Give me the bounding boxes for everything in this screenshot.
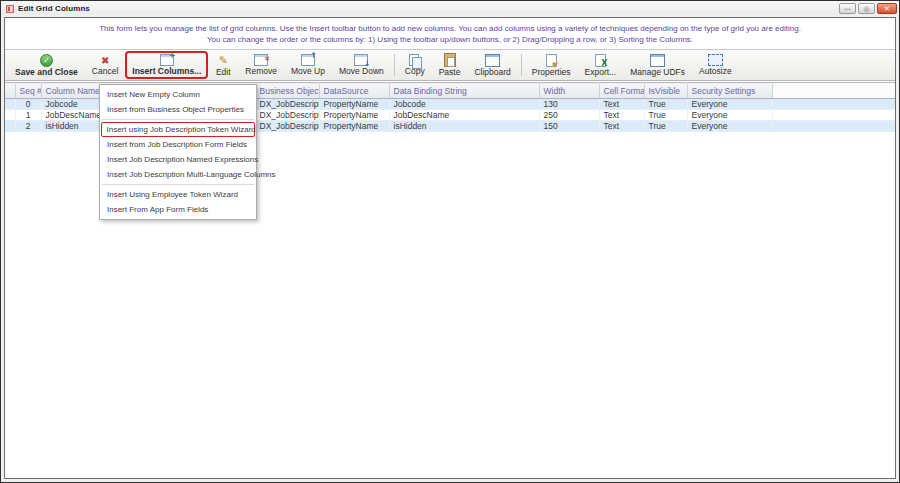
remove-button[interactable]: Remove <box>238 51 284 79</box>
grid-cell[interactable]: PropertyName <box>319 121 389 132</box>
toolbar: Save and Close Cancel Insert Columns... … <box>5 49 895 81</box>
col-header-datasource[interactable]: DataSource <box>319 83 389 99</box>
menu-item-insert-job-description-named-expressions[interactable]: Insert Job Description Named Expressions <box>100 152 256 167</box>
toolbar-button-label: Paste <box>439 68 461 77</box>
grid-cell[interactable]: True <box>644 121 687 132</box>
window-title: Edit Grid Columns <box>18 4 90 13</box>
menu-item-insert-from-business-object-properties[interactable]: Insert from Business Object Properties <box>100 102 256 117</box>
grid-filler-cell <box>772 110 895 121</box>
info-banner-line1: This form lets you manage the list of gr… <box>99 23 801 34</box>
row-indicator[interactable] <box>5 110 15 121</box>
row-indicator-header <box>5 83 15 99</box>
move-down-icon <box>353 54 369 66</box>
dialog-client-area: This form lets you manage the list of gr… <box>4 17 896 479</box>
grid-cell[interactable]: DX_JobDescription <box>255 121 319 132</box>
toolbar-button-label: Edit <box>216 68 231 77</box>
toolbar-button-label: Export... <box>585 68 617 77</box>
grid-cell[interactable]: 2 <box>15 121 41 132</box>
grid-filler-cell <box>772 99 895 110</box>
grid-cell[interactable]: 1 <box>15 110 41 121</box>
move-up-icon <box>300 54 316 66</box>
properties-icon <box>543 54 559 67</box>
grid-cell[interactable]: DX_JobDescription <box>255 110 319 121</box>
grid-cell[interactable]: Text <box>599 121 644 132</box>
toolbar-button-label: Move Up <box>291 67 325 76</box>
grid-cell[interactable]: 150 <box>539 121 599 132</box>
menu-item-insert-new-empty-column[interactable]: Insert New Empty Column <box>100 87 256 102</box>
clipboard-icon <box>485 54 501 67</box>
save-and-close-button[interactable]: Save and Close <box>8 51 85 79</box>
insert-columns-icon <box>159 54 175 66</box>
minimize-button[interactable]: — <box>839 3 856 14</box>
row-indicator[interactable] <box>5 99 15 110</box>
col-header-width[interactable]: Width <box>539 83 599 99</box>
maximize-button[interactable]: ◎ <box>858 3 875 14</box>
col-header-security-settings[interactable]: Security Settings <box>687 83 772 99</box>
edit-pencil-icon <box>215 54 231 67</box>
grid-cell[interactable]: Everyone <box>687 99 772 110</box>
toolbar-separator <box>394 54 395 76</box>
grid-cell[interactable]: Text <box>599 110 644 121</box>
grid-filler-cell <box>772 121 895 132</box>
toolbar-button-label: Autosize <box>699 67 732 76</box>
row-indicator[interactable] <box>5 121 15 132</box>
move-down-button[interactable]: Move Down <box>332 51 391 79</box>
menu-separator <box>102 119 254 120</box>
excel-export-icon <box>592 54 608 67</box>
grid-cell[interactable]: PropertyName <box>319 99 389 110</box>
col-header-seq[interactable]: Seq # <box>15 83 41 99</box>
col-header-business-object[interactable]: Business Object <box>255 83 319 99</box>
close-button[interactable]: ✕ <box>877 3 897 14</box>
properties-button[interactable]: Properties <box>525 51 578 79</box>
grid-cell[interactable]: True <box>644 99 687 110</box>
grid-cell[interactable]: Jobcode <box>389 99 539 110</box>
paste-button[interactable]: Paste <box>432 51 468 79</box>
grid-cell[interactable]: Everyone <box>687 110 772 121</box>
menu-item-insert-from-app-form-fields[interactable]: Insert From App Form Fields <box>100 202 256 217</box>
info-banner: This form lets you manage the list of gr… <box>5 18 895 49</box>
manage-udfs-icon <box>650 54 666 67</box>
grid-cell[interactable]: 0 <box>15 99 41 110</box>
toolbar-button-label: Properties <box>532 68 571 77</box>
menu-item-insert-using-job-description-token-wizard[interactable]: Insert using Job Description Token Wizar… <box>101 122 255 137</box>
grid-cell[interactable]: True <box>644 110 687 121</box>
toolbar-button-label: Remove <box>245 67 277 76</box>
move-up-button[interactable]: Move Up <box>284 51 332 79</box>
menu-item-insert-using-employee-token-wizard[interactable]: Insert Using Employee Token Wizard <box>100 187 256 202</box>
titlebar[interactable]: Edit Grid Columns — ◎ ✕ <box>1 1 899 15</box>
window-icon <box>6 5 14 13</box>
export-button[interactable]: Export... <box>578 51 624 79</box>
cancel-icon <box>97 54 113 66</box>
copy-button[interactable]: Copy <box>398 51 432 79</box>
edit-button[interactable]: Edit <box>208 51 238 79</box>
menu-item-insert-from-job-description-form-fields[interactable]: Insert from Job Description Form Fields <box>100 137 256 152</box>
copy-icon <box>407 54 423 66</box>
grid-filler-header <box>772 83 895 99</box>
autosize-button[interactable]: Autosize <box>692 51 739 79</box>
col-header-cell-format[interactable]: Cell Format <box>599 83 644 99</box>
grid-cell[interactable]: Text <box>599 99 644 110</box>
menu-item-insert-job-description-multi-language-columns[interactable]: Insert Job Description Multi-Language Co… <box>100 167 256 182</box>
col-header-data-binding-string[interactable]: Data Binding String <box>389 83 539 99</box>
toolbar-button-label: Move Down <box>339 67 384 76</box>
grid-cell[interactable]: JobDescName <box>389 110 539 121</box>
cancel-button[interactable]: Cancel <box>85 51 125 79</box>
grid-cell[interactable]: PropertyName <box>319 110 389 121</box>
toolbar-button-label: Cancel <box>92 67 118 76</box>
clipboard-button[interactable]: Clipboard <box>467 51 517 79</box>
toolbar-button-label: Manage UDFs <box>630 68 685 77</box>
info-banner-line2: You can change the order or the columns … <box>207 34 693 45</box>
col-header-isvisible[interactable]: IsVisible <box>644 83 687 99</box>
grid-cell[interactable]: 130 <box>539 99 599 110</box>
grid-cell[interactable]: Everyone <box>687 121 772 132</box>
toolbar-separator <box>521 54 522 76</box>
toolbar-button-label: Clipboard <box>474 68 510 77</box>
save-icon <box>38 54 54 67</box>
grid-cell[interactable]: 250 <box>539 110 599 121</box>
insert-columns-button[interactable]: Insert Columns... <box>125 51 208 79</box>
grid-cell[interactable]: DX_JobDescription <box>255 99 319 110</box>
edit-grid-columns-dialog: Edit Grid Columns — ◎ ✕ This form lets y… <box>0 0 900 483</box>
manage-udfs-button[interactable]: Manage UDFs <box>623 51 692 79</box>
insert-columns-menu: Insert New Empty Column Insert from Busi… <box>99 84 257 220</box>
grid-cell[interactable]: isHidden <box>389 121 539 132</box>
